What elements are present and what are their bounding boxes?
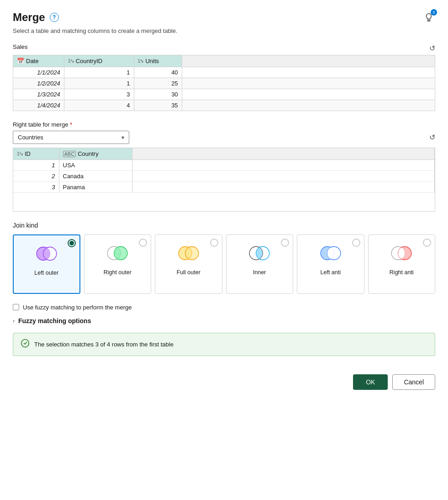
table-row[interactable]: 1 USA xyxy=(13,160,435,171)
table-row[interactable]: 1/2/2024 1 25 xyxy=(13,78,435,89)
sales-col-date[interactable]: 📅 Date xyxy=(13,55,64,67)
table-row[interactable]: 1/3/2024 3 30 xyxy=(13,89,435,100)
table-row-spacer xyxy=(13,193,435,211)
lightbulb-icon[interactable]: 0 xyxy=(422,11,435,24)
country-id-2: 2 xyxy=(13,171,59,182)
sales-countryid-4: 4 xyxy=(64,100,134,111)
status-banner: The selection matches 3 of 4 rows from t… xyxy=(13,333,435,356)
join-kind-section: Join kind Left outer xyxy=(13,222,435,294)
chevron-right-icon: › xyxy=(13,318,15,324)
radio-right-outer xyxy=(139,239,147,247)
dropdown-value: Countries xyxy=(18,134,43,141)
radio-left-anti xyxy=(352,239,360,247)
sales-countryid-3: 3 xyxy=(64,89,134,100)
radio-inner xyxy=(281,239,289,247)
sales-date-3: 1/3/2024 xyxy=(13,89,64,100)
table-row[interactable]: 3 Panama xyxy=(13,182,435,193)
required-star: * xyxy=(70,121,72,128)
right-table-label: Right table for merge * xyxy=(13,121,435,128)
radio-right-anti xyxy=(423,239,431,247)
right-table-dropdown-row: Countries ▾ ↺ xyxy=(13,131,435,144)
check-circle-icon xyxy=(21,339,30,350)
join-option-inner-name: Inner xyxy=(253,269,266,276)
sales-refresh-icon[interactable]: ↺ xyxy=(429,44,435,53)
page-subtitle: Select a table and matching columns to c… xyxy=(13,27,435,34)
footer-row: OK Cancel xyxy=(13,370,435,390)
join-option-inner[interactable]: Inner xyxy=(226,234,293,294)
table-row[interactable]: 2 Canada xyxy=(13,171,435,182)
sales-units-1: 40 xyxy=(134,67,182,78)
venn-left-outer xyxy=(34,245,59,264)
country-name-3: Panama xyxy=(59,182,132,193)
cancel-button[interactable]: Cancel xyxy=(392,374,435,390)
sales-units-2: 25 xyxy=(134,78,182,89)
sales-col-units[interactable]: 1²₃ Units xyxy=(134,55,182,67)
join-option-right-outer[interactable]: Right outer xyxy=(84,234,151,294)
country-id-3: 3 xyxy=(13,182,59,193)
status-text: The selection matches 3 of 4 rows from t… xyxy=(34,341,174,348)
join-option-right-outer-name: Right outer xyxy=(104,269,132,276)
calendar-icon: 📅 xyxy=(17,58,24,64)
countries-col-extra xyxy=(132,148,435,160)
sales-countryid-1: 1 xyxy=(64,67,134,78)
fuzzy-matching-row[interactable]: Use fuzzy matching to perform the merge xyxy=(13,304,435,311)
join-kind-label: Join kind xyxy=(13,222,435,229)
join-option-left-anti[interactable]: Left anti xyxy=(297,234,364,294)
countries-col-country[interactable]: ABC Country xyxy=(59,148,132,160)
svg-point-10 xyxy=(185,246,199,260)
join-option-left-outer-name: Left outer xyxy=(34,270,58,276)
sales-date-2: 1/2/2024 xyxy=(13,78,64,89)
countries-table-wrapper: 1²₃ ID ABC Country 1 USA xyxy=(13,148,435,212)
col-abc-icon: ABC xyxy=(63,151,76,157)
page-header: Merge ? 0 xyxy=(13,11,435,24)
sales-col-extra xyxy=(182,55,435,67)
lightbulb-badge: 0 xyxy=(431,9,437,16)
title-area: Merge ? xyxy=(13,11,59,24)
chevron-down-icon: ▾ xyxy=(121,134,124,141)
sales-date-1: 1/1/2024 xyxy=(13,67,64,78)
join-option-left-outer[interactable]: Left outer xyxy=(13,234,80,294)
sales-extra-4 xyxy=(182,100,435,111)
col-123-icon-2: 1²₃ xyxy=(138,59,144,64)
right-table-section: Right table for merge * Countries ▾ ↺ xyxy=(13,121,435,144)
sales-col-countryid[interactable]: 1²₃ CountryID xyxy=(64,55,134,67)
sales-table: 📅 Date 1²₃ CountryID 1²₃ Units 1/1/2024 xyxy=(13,55,435,111)
page-title: Merge xyxy=(13,11,45,24)
venn-left-anti xyxy=(318,244,343,264)
fuzzy-options-row[interactable]: › Fuzzy matching options xyxy=(13,317,435,324)
right-table-refresh-icon[interactable]: ↺ xyxy=(429,133,435,142)
join-options-container: Left outer Right outer xyxy=(13,234,435,294)
right-table-dropdown[interactable]: Countries ▾ xyxy=(13,131,129,144)
sales-units-4: 35 xyxy=(134,100,182,111)
sales-units-3: 30 xyxy=(134,89,182,100)
help-icon[interactable]: ? xyxy=(50,13,59,22)
table-row[interactable]: 1/4/2024 4 35 xyxy=(13,100,435,111)
venn-right-outer xyxy=(105,244,130,264)
country-name-2: Canada xyxy=(59,171,132,182)
fuzzy-checkbox[interactable] xyxy=(13,304,19,310)
country-extra-2 xyxy=(132,171,435,182)
country-extra-3 xyxy=(132,182,435,193)
sales-section-header: Sales ↺ xyxy=(13,43,435,53)
venn-full-outer xyxy=(176,244,201,264)
country-name-1: USA xyxy=(59,160,132,171)
sales-countryid-2: 1 xyxy=(64,78,134,89)
countries-spacer xyxy=(13,193,435,211)
col-123-icon-3: 1²₃ xyxy=(17,151,23,156)
sales-date-4: 1/4/2024 xyxy=(13,100,64,111)
svg-point-23 xyxy=(21,339,29,347)
sales-extra-3 xyxy=(182,89,435,100)
countries-col-id[interactable]: 1²₃ ID xyxy=(13,148,59,160)
table-row[interactable]: 1/1/2024 1 40 xyxy=(13,67,435,78)
radio-left-outer xyxy=(68,239,76,247)
venn-inner xyxy=(247,244,272,264)
country-extra-1 xyxy=(132,160,435,171)
sales-extra-2 xyxy=(182,78,435,89)
join-option-full-outer[interactable]: Full outer xyxy=(155,234,222,294)
sales-extra-1 xyxy=(182,67,435,78)
join-option-right-anti[interactable]: Right anti xyxy=(368,234,435,294)
country-id-1: 1 xyxy=(13,160,59,171)
ok-button[interactable]: OK xyxy=(353,374,388,390)
sales-label: Sales xyxy=(13,43,28,50)
join-option-right-anti-name: Right anti xyxy=(390,269,414,276)
